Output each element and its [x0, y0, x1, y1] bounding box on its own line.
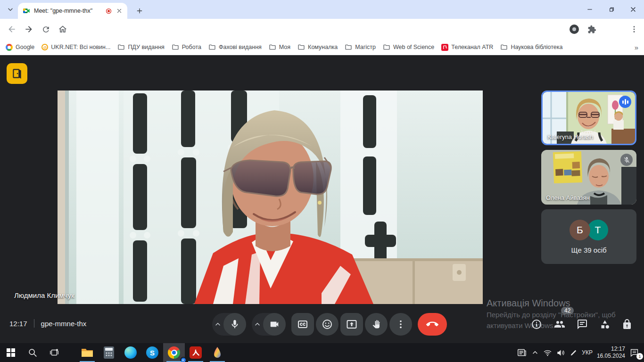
tray-date: 16.05.2024 [597, 353, 625, 360]
folder-icon [383, 43, 390, 51]
bookmark-folder-moya[interactable]: Моя [269, 43, 290, 51]
avatar: Б [570, 220, 590, 240]
acrobat-icon [190, 346, 202, 359]
more-participants-label: Ще 39 осіб [571, 246, 606, 254]
hidden-icons-chevron[interactable] [531, 349, 539, 356]
participant-tile-olena[interactable]: Олена Айвазян [541, 150, 636, 205]
browser-tab[interactable]: Meet: "gpe-mmne-thx" [18, 3, 127, 19]
taskbar-calculator[interactable] [98, 343, 120, 362]
meet-favicon [23, 7, 30, 15]
skype-icon: S [146, 346, 158, 359]
muted-mic-icon [620, 154, 633, 166]
end-call-button[interactable] [418, 313, 447, 336]
bookmark-folder-library[interactable]: Наукова бібліотека [500, 43, 562, 51]
extensions-puzzle-icon[interactable] [585, 22, 599, 36]
browser-titlebar: Meet: "gpe-mmne-thx" [0, 0, 644, 19]
present-button[interactable] [340, 313, 363, 336]
window-close-button[interactable] [622, 0, 644, 19]
tab-search-button[interactable] [4, 3, 17, 16]
participant-name: Kateryna Horash [547, 133, 594, 140]
bookmark-folder-komunalka[interactable]: Комуналка [297, 43, 338, 51]
wifi-icon[interactable] [543, 348, 552, 357]
browser-menu-button[interactable] [627, 22, 641, 36]
browser-toolbar: meet.google.com/gpe-mmne-thx?authuser=0 … [0, 19, 644, 40]
mic-button[interactable] [223, 313, 246, 336]
reactions-button[interactable] [316, 313, 339, 336]
meeting-details-icon[interactable] [531, 319, 542, 330]
camera-button[interactable] [263, 313, 286, 336]
avatar: Т [587, 220, 608, 240]
window-minimize-button[interactable] [579, 0, 601, 19]
tab-close-icon[interactable] [116, 8, 123, 14]
bookmark-ukrnet[interactable]: @UKR.NET: Всі новин... [41, 44, 110, 50]
folder-icon [208, 43, 216, 51]
folder-icon [297, 43, 305, 51]
main-video-tile[interactable] [58, 90, 483, 304]
bookmarks-overflow-button[interactable]: » [635, 43, 638, 51]
folder-icon [500, 43, 508, 51]
mic-options-chevron[interactable] [212, 321, 223, 328]
widgets-icon[interactable] [517, 347, 527, 358]
search-button[interactable] [22, 343, 43, 362]
extension-icon[interactable] [567, 22, 581, 36]
meeting-code: gpe-mmne-thx [41, 320, 87, 328]
call-controls [212, 313, 447, 336]
taskbar-acrobat[interactable] [185, 343, 206, 362]
chat-icon[interactable] [577, 319, 588, 330]
atr-logo-icon [441, 44, 448, 51]
taskbar-chrome[interactable]: K [163, 343, 185, 362]
bookmark-folder-magistr[interactable]: Магістр [345, 43, 376, 51]
taskbar-edge[interactable] [120, 343, 141, 362]
action-center-button[interactable]: 1 [629, 348, 642, 358]
folder-icon [345, 43, 352, 51]
more-participants-tile[interactable]: Б Т Ще 39 осіб [541, 209, 636, 264]
bookmark-google[interactable]: Google [6, 44, 34, 51]
mic-button-group [212, 313, 246, 336]
tab-recording-icon [105, 8, 112, 15]
home-button[interactable] [56, 22, 70, 36]
host-controls-icon[interactable] [621, 319, 633, 330]
reload-button[interactable] [39, 22, 53, 36]
participants-icon[interactable] [553, 319, 566, 330]
new-tab-button[interactable] [133, 4, 146, 17]
start-button[interactable] [0, 343, 22, 362]
folder-icon [269, 43, 276, 51]
bookmark-atr[interactable]: Телеканал ATR [441, 44, 493, 51]
language-indicator[interactable]: УКР [582, 349, 593, 356]
bookmarks-bar: Google @UKR.NET: Всі новин... ПДУ виданн… [0, 40, 644, 55]
participant-tile-kateryna[interactable]: Kateryna Horash [541, 90, 636, 145]
main-video-frame [58, 90, 483, 304]
window-restore-button[interactable] [601, 0, 622, 19]
pen-icon[interactable] [570, 349, 578, 357]
taskbar-file-explorer[interactable] [76, 343, 98, 362]
extension-door-icon[interactable] [7, 63, 27, 84]
taskbar: S K УКР 12:17 16.05.2024 1 [0, 343, 644, 362]
volume-icon[interactable] [556, 348, 565, 357]
bookmark-folder-pdu[interactable]: ПДУ видання [117, 43, 164, 51]
taskbar-skype[interactable]: S [141, 343, 163, 362]
taskbar-paint3d[interactable] [206, 343, 228, 362]
meet-page: Людмила Климчук [0, 55, 644, 343]
task-view-button[interactable] [43, 343, 65, 362]
raise-hand-button[interactable] [365, 313, 388, 336]
more-options-button[interactable] [389, 313, 412, 336]
speaking-indicator-icon [619, 96, 631, 108]
meeting-info: 12:17 gpe-mmne-thx [9, 317, 86, 329]
bookmark-folder-wos[interactable]: Web of Science [383, 43, 434, 51]
activities-icon[interactable] [599, 319, 611, 330]
camera-options-chevron[interactable] [252, 321, 263, 328]
bookmark-folder-fahovi[interactable]: Фахові видання [208, 43, 262, 51]
divider [34, 319, 34, 328]
folder-icon [117, 43, 125, 51]
tray-time: 12:17 [597, 346, 625, 353]
forward-button[interactable] [22, 22, 36, 36]
bookmark-folder-robota[interactable]: Робота [172, 43, 201, 51]
back-button[interactable] [5, 22, 19, 36]
meeting-panels [531, 319, 633, 330]
captions-button[interactable] [291, 313, 314, 336]
screen: Meet: "gpe-mmne-thx" meet.google.com/gpe… [0, 0, 644, 362]
taskbar-clock[interactable]: 12:17 16.05.2024 [597, 346, 625, 360]
camera-button-group [252, 313, 286, 336]
folder-icon [172, 43, 179, 51]
chrome-icon [168, 346, 180, 359]
